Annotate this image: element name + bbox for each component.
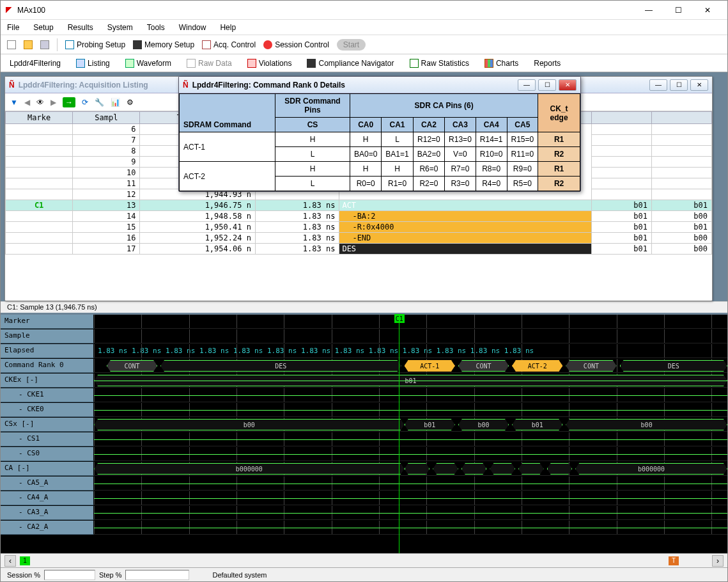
table-cell[interactable]: b00 — [652, 233, 712, 244]
save-icon[interactable] — [40, 40, 49, 49]
probing-setup-button[interactable]: Probing Setup — [65, 40, 125, 49]
table-cell[interactable]: b01 — [592, 244, 652, 255]
memory-setup-button[interactable]: Memory Setup — [133, 40, 194, 49]
filter-icon[interactable]: ▼ — [10, 98, 18, 107]
table-cell[interactable] — [6, 222, 73, 233]
tab-raw-data[interactable]: Raw Data — [182, 58, 237, 69]
wave-track[interactable]: b00b01b00b01b00 — [94, 418, 727, 432]
listing-minimize-button[interactable]: — — [649, 79, 667, 91]
col-sample[interactable]: Sampl — [73, 112, 140, 124]
table-cell[interactable]: 1.83 ns — [255, 233, 339, 244]
detail-close-button[interactable]: ✕ — [559, 79, 577, 91]
wave-label[interactable]: Elapsed — [1, 344, 94, 358]
table-cell[interactable]: 1.83 ns — [255, 200, 339, 211]
table-cell[interactable]: b01 — [652, 200, 712, 211]
wave-label[interactable]: Sample — [1, 329, 94, 343]
wave-track[interactable]: b01 — [94, 374, 727, 388]
wave-label[interactable]: - CKE1 — [1, 388, 94, 402]
wave-label[interactable]: - CA3_A — [1, 506, 94, 520]
gear-icon[interactable]: ⚙ — [127, 98, 134, 107]
back-icon[interactable]: ◀ — [24, 98, 30, 107]
table-cell[interactable] — [6, 135, 73, 146]
wave-label[interactable]: - CA4_A — [1, 491, 94, 505]
table-cell[interactable] — [652, 124, 712, 135]
scroll-right-icon[interactable]: › — [712, 555, 724, 567]
table-cell[interactable] — [6, 157, 73, 168]
scroll-left-icon[interactable]: ‹ — [4, 555, 16, 567]
listing-maximize-button[interactable]: ☐ — [670, 79, 688, 91]
wave-label[interactable]: - CS0 — [1, 447, 94, 461]
table-cell[interactable]: 1,948.58 n — [140, 211, 255, 222]
wave-track[interactable]: 1.83 ns 1.83 ns 1.83 ns 1.83 ns 1.83 ns … — [94, 344, 727, 358]
listing-close-button[interactable]: ✕ — [690, 79, 708, 91]
open-icon[interactable] — [24, 40, 33, 49]
waveform-scroll[interactable]: ‹ 1 T › — [1, 553, 727, 567]
table-cell[interactable]: 17 — [73, 244, 140, 255]
table-cell[interactable] — [652, 157, 712, 168]
menu-results[interactable]: Results — [68, 23, 93, 32]
menu-help[interactable]: Help — [220, 23, 236, 32]
wave-label[interactable]: Command Rank 0 — [1, 359, 94, 373]
table-cell[interactable] — [592, 135, 652, 146]
tab-reports[interactable]: Reports — [529, 58, 566, 69]
find-icon[interactable]: 👁 — [36, 98, 44, 107]
wave-track[interactable] — [94, 432, 727, 446]
wave-track[interactable] — [94, 403, 727, 417]
table-cell[interactable] — [592, 178, 652, 189]
wave-track[interactable] — [94, 388, 727, 402]
table-cell[interactable]: ACT — [339, 200, 592, 211]
table-cell[interactable] — [592, 157, 652, 168]
table-cell[interactable]: 15 — [73, 222, 140, 233]
table-cell[interactable] — [652, 135, 712, 146]
table-cell[interactable] — [592, 189, 652, 200]
table-cell[interactable]: 8 — [73, 146, 140, 157]
table-cell[interactable] — [6, 146, 73, 157]
table-cell[interactable] — [652, 146, 712, 157]
acq-control-button[interactable]: Acq. Control — [202, 40, 256, 49]
table-cell[interactable] — [6, 244, 73, 255]
tab-compliance-navigator[interactable]: Compliance Navigator — [302, 58, 399, 69]
table-cell[interactable] — [6, 124, 73, 135]
table-cell[interactable] — [652, 168, 712, 178]
table-cell[interactable]: 1,954.06 n — [140, 244, 255, 255]
scroll-marker-1[interactable]: 1 — [20, 556, 30, 565]
table-cell[interactable]: 10 — [73, 168, 140, 178]
detail-minimize-button[interactable]: — — [518, 79, 536, 91]
wave-label[interactable]: - CA2_A — [1, 521, 94, 535]
wave-label[interactable]: Marker — [1, 315, 94, 329]
table-cell[interactable]: b00 — [652, 244, 712, 255]
table-cell[interactable]: b01 — [592, 222, 652, 233]
table-cell[interactable]: -END — [339, 233, 592, 244]
menu-tools[interactable]: Tools — [147, 23, 165, 32]
marker-c1[interactable]: C1 — [399, 315, 399, 553]
wave-label[interactable]: - CKE0 — [1, 403, 94, 417]
tab-lpddr4filtering[interactable]: Lpddr4Filtering — [4, 58, 66, 69]
tool2-icon[interactable]: 📊 — [111, 98, 120, 107]
menu-window[interactable]: Window — [179, 23, 206, 32]
table-cell[interactable] — [652, 189, 712, 200]
table-cell[interactable] — [6, 211, 73, 222]
tab-listing[interactable]: Listing — [71, 58, 115, 69]
table-cell[interactable]: 1.83 ns — [255, 211, 339, 222]
table-cell[interactable] — [6, 233, 73, 244]
wave-label[interactable]: CKEx [-] — [1, 374, 94, 388]
table-cell[interactable]: b00 — [652, 211, 712, 222]
table-cell[interactable]: 7 — [73, 135, 140, 146]
table-cell[interactable] — [6, 168, 73, 178]
tool1-icon[interactable]: 🔧 — [95, 98, 104, 107]
refresh-icon[interactable]: ⟳ — [82, 98, 88, 107]
menu-setup[interactable]: Setup — [33, 23, 53, 32]
new-icon[interactable] — [7, 40, 16, 49]
table-cell[interactable] — [592, 124, 652, 135]
table-cell[interactable]: b01 — [652, 222, 712, 233]
table-cell[interactable]: -R:0x4000 — [339, 222, 592, 233]
table-cell[interactable]: 1,952.24 n — [140, 233, 255, 244]
table-cell[interactable]: 1,946.75 n — [140, 200, 255, 211]
table-cell[interactable] — [592, 146, 652, 157]
table-cell[interactable]: C1 — [6, 200, 73, 211]
wave-track[interactable] — [94, 315, 727, 329]
wave-label[interactable]: CSx [-] — [1, 418, 94, 432]
go-icon[interactable]: → — [63, 97, 75, 107]
table-cell[interactable]: 1.83 ns — [255, 244, 339, 255]
table-cell[interactable]: b01 — [592, 200, 652, 211]
